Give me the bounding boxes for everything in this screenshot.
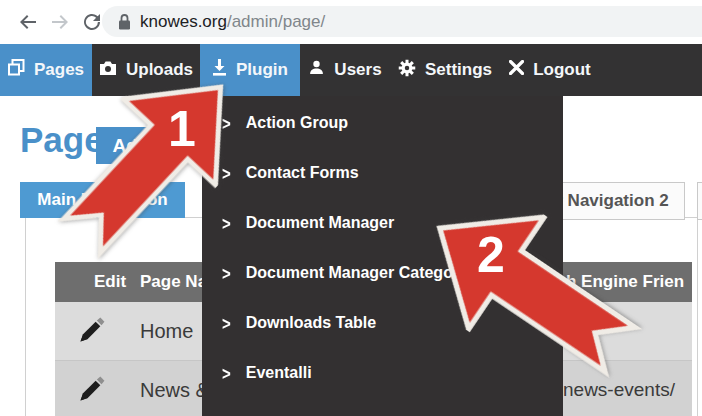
page-name-cell: News & <box>140 361 209 416</box>
page-title: Page <box>20 120 104 160</box>
chevron-right-icon: > <box>222 212 231 233</box>
tab-partial-edge[interactable] <box>697 182 702 220</box>
url-text: knowes.org/admin/page/ <box>140 0 325 44</box>
chevron-right-icon: > <box>222 362 231 383</box>
nav-item-label: Users <box>334 60 381 80</box>
annotation-step-1-label: 1 <box>168 100 196 158</box>
user-icon <box>308 59 325 81</box>
col-header-edit: Edit <box>75 262 145 302</box>
menu-item-label: Contact Forms <box>246 164 359 182</box>
menu-item-document-manager[interactable]: > Document Manager <box>202 201 563 245</box>
add-page-button[interactable]: Add <box>96 127 166 164</box>
nav-item-label: Logout <box>533 60 591 80</box>
menu-item-document-manager-categories[interactable]: > Document Manager Categories <box>202 251 563 295</box>
browser-toolbar: knowes.org/admin/page/ <box>0 0 702 44</box>
download-icon <box>212 59 227 81</box>
menu-item-eventalli[interactable]: > Eventalli <box>202 351 563 395</box>
camera-icon <box>99 60 117 81</box>
tab-main-navigation[interactable]: Main Navigation <box>20 182 185 218</box>
nav-item-uploads[interactable]: Uploads <box>92 44 200 96</box>
chevron-right-icon: > <box>222 312 231 333</box>
edit-pencil-icon[interactable] <box>77 376 105 408</box>
edit-pencil-icon[interactable] <box>77 317 105 349</box>
nav-item-label: Pages <box>34 60 84 80</box>
gear-icon <box>398 59 416 82</box>
menu-item-label: Action Group <box>246 114 348 132</box>
nav-item-label: Plugin <box>236 60 288 80</box>
menu-item-label: Document Manager <box>246 214 394 232</box>
nav-item-logout[interactable]: Logout <box>500 44 600 96</box>
chevron-right-icon: > <box>222 262 231 283</box>
nav-item-label: Uploads <box>126 60 193 80</box>
browser-reload-icon[interactable] <box>80 10 104 34</box>
chevron-right-icon: > <box>222 112 231 133</box>
url-host: knowes.org <box>140 12 227 31</box>
nav-item-settings[interactable]: Settings <box>390 44 500 96</box>
screenshot-root: knowes.org/admin/page/ Pages Uploads <box>0 0 702 416</box>
chevron-right-icon: > <box>222 162 231 183</box>
browser-back-icon[interactable] <box>16 10 40 34</box>
menu-item-label: Document Manager Categories <box>246 264 482 282</box>
menu-item-downloads-table[interactable]: > Downloads Table <box>202 301 563 345</box>
nav-item-plugin[interactable]: Plugin <box>200 44 300 96</box>
lock-icon[interactable] <box>116 13 133 31</box>
seo-url-cell: news-events/ <box>563 361 675 416</box>
plugin-dropdown-menu: > Action Group > Contact Forms > Documen… <box>202 96 563 416</box>
menu-item-label: Eventalli <box>246 364 312 382</box>
col-header-seo-friendly: h Engine Frien <box>566 262 684 302</box>
menu-item-label: Downloads Table <box>246 314 376 332</box>
admin-navbar: Pages Uploads Plugin <box>0 44 702 96</box>
menu-item-action-group[interactable]: > Action Group <box>202 101 563 145</box>
browser-forward-icon[interactable] <box>48 10 72 34</box>
nav-item-pages[interactable]: Pages <box>0 44 92 96</box>
nav-item-users[interactable]: Users <box>300 44 390 96</box>
x-icon <box>509 60 524 80</box>
menu-item-contact-forms[interactable]: > Contact Forms <box>202 151 563 195</box>
url-path: /admin/page/ <box>227 12 325 31</box>
nav-item-label: Settings <box>425 60 492 80</box>
pages-icon <box>8 59 25 81</box>
page-name-cell: Home <box>140 302 193 360</box>
